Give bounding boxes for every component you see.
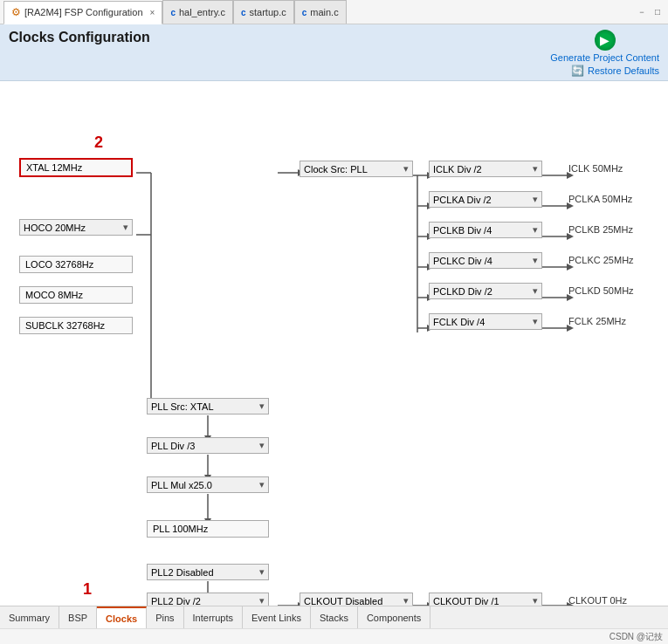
pclkd-div-label: PCLKD Div /2: [433, 286, 492, 297]
clocks-area: 2 XTAL 12MHz HOCO 20MHz LOCO 32768Hz MOC…: [0, 81, 668, 606]
pll-div-label: PLL Div /3: [151, 441, 195, 451]
pclka-div-dropdown[interactable]: PCLKA Div /2: [429, 191, 542, 208]
tab-bsp[interactable]: BSP: [59, 606, 97, 628]
pclkd-div-dropdown[interactable]: PCLKD Div /2: [429, 283, 542, 299]
iclk-result: ICLK 50MHz: [568, 163, 623, 174]
pclkc-result: PCLKC 25MHz: [568, 255, 634, 265]
c-file-icon-2: c: [241, 8, 246, 17]
badge-2: 2: [94, 134, 103, 152]
clkout-div-dropdown[interactable]: CLKOUT Div /1: [429, 593, 542, 606]
page-title: Clocks Configuration: [9, 30, 150, 45]
tab-main[interactable]: c main.c: [294, 0, 347, 24]
generate-label: Generate Project Content: [550, 52, 659, 63]
tab-fsp-label: [RA2M4] FSP Configuration: [24, 7, 143, 17]
c-file-icon-1: c: [170, 8, 176, 17]
tab-stacks[interactable]: Stacks: [311, 606, 358, 628]
pll-src-label: PLL Src: XTAL: [151, 401, 214, 412]
fclk-result: FCLK 25MHz: [568, 316, 626, 326]
pclkb-div-label: PCLKB Div /4: [433, 225, 492, 236]
config-header: Clocks Configuration ▶ Generate Project …: [0, 24, 668, 81]
pclkb-div-dropdown[interactable]: PCLKB Div /4: [429, 222, 542, 238]
xtal-box: XTAL 12MHz: [19, 158, 133, 177]
tab-interrupts[interactable]: Interrupts: [184, 606, 243, 628]
hoco-label: HOCO 20MHz: [24, 223, 86, 233]
status-text: CSDN @记技: [609, 631, 663, 643]
tab-startup-label: startup.c: [250, 7, 286, 17]
restore-label: Restore Defaults: [588, 65, 659, 76]
clkout-result: CLKOUT 0Hz: [568, 595, 627, 606]
badge-1: 1: [83, 580, 92, 599]
minimize-button[interactable]: －: [635, 5, 649, 19]
pll-mul-dropdown[interactable]: PLL Mul x25.0: [147, 476, 269, 493]
subclk-box: SUBCLK 32768Hz: [19, 317, 133, 334]
xtal-label: XTAL 12MHz: [26, 162, 82, 173]
restore-defaults-button[interactable]: 🔄 Restore Defaults: [571, 65, 659, 77]
moco-box: MOCO 8MHz: [19, 286, 133, 304]
header-actions: ▶ Generate Project Content 🔄 Restore Def…: [550, 30, 659, 77]
tab-close-fsp[interactable]: ×: [150, 8, 155, 17]
tab-summary[interactable]: Summary: [0, 606, 59, 628]
pll2-label: PLL2 Disabled: [151, 567, 214, 578]
tab-pins[interactable]: Pins: [147, 606, 183, 628]
loco-label: LOCO 32768Hz: [25, 259, 93, 270]
maximize-button[interactable]: □: [651, 5, 665, 19]
tab-main-label: main.c: [310, 7, 338, 17]
tab-fsp-config[interactable]: ⚙ [RA2M4] FSP Configuration ×: [3, 1, 162, 24]
tab-startup[interactable]: c startup.c: [233, 0, 294, 24]
pclka-result: PCLKA 50MHz: [568, 194, 632, 204]
title-bar: ⚙ [RA2M4] FSP Configuration × c hal_entr…: [0, 0, 668, 24]
tab-hal-entry[interactable]: c hal_entry.c: [162, 0, 233, 24]
pll2-div-label: PLL2 Div /2: [151, 596, 201, 606]
subclk-label: SUBCLK 32768Hz: [25, 320, 105, 331]
iclk-div-dropdown[interactable]: ICLK Div /2: [429, 161, 542, 177]
clkout-disabled-label: CLKOUT Disabled: [304, 596, 382, 606]
bottom-tab-bar: Summary BSP Clocks Pins Interrupts Event…: [0, 606, 668, 628]
tab-bar: ⚙ [RA2M4] FSP Configuration × c hal_entr…: [3, 0, 635, 24]
moco-label: MOCO 8MHz: [25, 290, 83, 300]
clkout-disabled-dropdown[interactable]: CLKOUT Disabled: [300, 593, 413, 606]
pll-out-label: PLL 100MHz: [153, 524, 208, 534]
pclkb-result: PCLKB 25MHz: [568, 224, 633, 235]
main-window: ⚙ [RA2M4] FSP Configuration × c hal_entr…: [0, 0, 668, 644]
pclka-div-label: PCLKA Div /2: [433, 195, 492, 205]
pll2-dropdown[interactable]: PLL2 Disabled: [147, 564, 269, 580]
pll-out-box: PLL 100MHz: [147, 520, 269, 538]
pclkc-div-label: PCLKC Div /4: [433, 256, 492, 266]
hoco-select[interactable]: HOCO 20MHz: [19, 219, 133, 236]
c-file-icon-3: c: [302, 8, 307, 17]
tab-clocks[interactable]: Clocks: [97, 606, 147, 628]
restore-icon: 🔄: [571, 65, 584, 77]
fclk-div-dropdown[interactable]: FCLK Div /4: [429, 313, 542, 330]
status-bar: CSDN @记技: [0, 628, 668, 644]
pll-src-dropdown[interactable]: PLL Src: XTAL: [147, 398, 269, 414]
clkout-div-label: CLKOUT Div /1: [433, 596, 499, 606]
fsp-icon: ⚙: [11, 6, 21, 18]
tab-components[interactable]: Components: [358, 606, 430, 628]
loco-box: LOCO 32768Hz: [19, 256, 133, 273]
pll-mul-label: PLL Mul x25.0: [151, 480, 212, 490]
pll2-div-dropdown[interactable]: PLL2 Div /2: [147, 593, 269, 606]
tab-hal-label: hal_entry.c: [179, 7, 225, 17]
generate-icon: ▶: [595, 30, 616, 51]
iclk-div-label: ICLK Div /2: [433, 164, 482, 175]
pclkd-result: PCLKD 50MHz: [568, 285, 634, 296]
clocks-canvas: 2 XTAL 12MHz HOCO 20MHz LOCO 32768Hz MOC…: [7, 88, 653, 606]
generate-button[interactable]: ▶ Generate Project Content: [550, 30, 659, 63]
window-controls: － □: [635, 5, 665, 19]
tab-event-links[interactable]: Event Links: [243, 606, 311, 628]
main-content: Clocks Configuration ▶ Generate Project …: [0, 24, 668, 644]
clock-src-label: Clock Src: PLL: [304, 164, 368, 175]
fclk-div-label: FCLK Div /4: [433, 317, 485, 327]
pclkc-div-dropdown[interactable]: PCLKC Div /4: [429, 252, 542, 269]
pll-div-dropdown[interactable]: PLL Div /3: [147, 437, 269, 454]
clock-src-dropdown[interactable]: Clock Src: PLL: [300, 161, 413, 177]
